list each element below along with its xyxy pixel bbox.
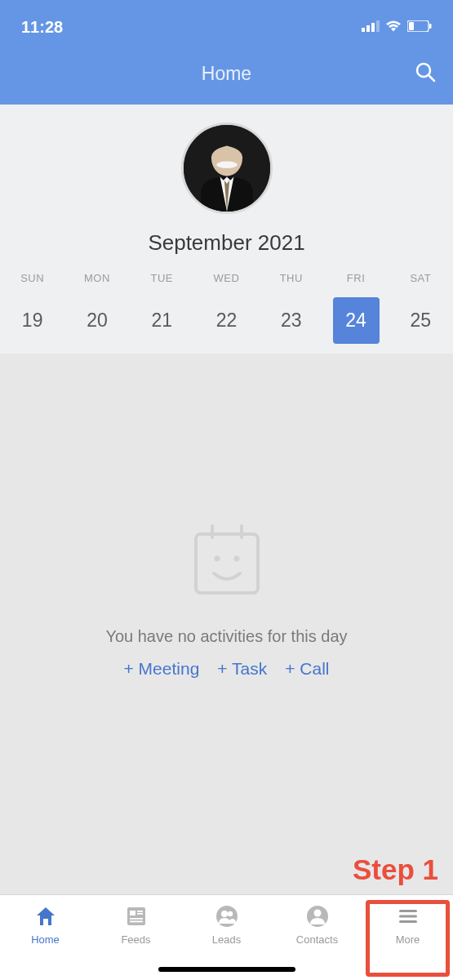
home-indicator[interactable]: [158, 967, 295, 972]
contacts-icon: [304, 903, 331, 929]
svg-rect-0: [362, 28, 365, 32]
status-icons: [362, 20, 432, 35]
wifi-icon: [385, 20, 402, 35]
tab-label: Leads: [212, 933, 241, 946]
svg-rect-28: [399, 910, 417, 912]
day-number[interactable]: 19: [9, 297, 56, 344]
search-icon: [414, 60, 437, 83]
calendar-section: September 2021 SUN19MON20TUE21WED22THU23…: [0, 105, 453, 354]
day-column[interactable]: SAT25: [389, 272, 453, 344]
hamburger-icon: [395, 903, 421, 929]
tab-label: Contacts: [296, 933, 338, 946]
activity-actions: + Meeting + Task + Call: [124, 659, 330, 679]
tab-more[interactable]: More: [362, 903, 453, 980]
add-meeting-button[interactable]: + Meeting: [124, 659, 200, 679]
day-column[interactable]: FRI24: [323, 272, 388, 344]
empty-calendar-icon: [186, 519, 268, 604]
add-call-button[interactable]: + Call: [285, 659, 329, 679]
avatar-image: [184, 125, 270, 212]
day-number[interactable]: 24: [333, 297, 380, 344]
day-column[interactable]: MON20: [64, 272, 129, 344]
svg-rect-3: [376, 20, 380, 32]
day-label: THU: [280, 272, 303, 284]
page-title: Home: [202, 63, 251, 85]
svg-rect-1: [366, 25, 370, 32]
tab-home[interactable]: Home: [0, 903, 91, 980]
svg-rect-19: [137, 911, 143, 912]
day-number[interactable]: 22: [203, 297, 250, 344]
day-column[interactable]: TUE21: [130, 272, 194, 344]
svg-point-15: [214, 555, 220, 561]
svg-rect-18: [130, 911, 135, 915]
day-number[interactable]: 25: [397, 297, 444, 344]
svg-rect-2: [371, 23, 375, 32]
day-label: WED: [214, 272, 240, 284]
svg-rect-29: [399, 915, 417, 918]
battery-icon: [407, 20, 432, 35]
day-label: MON: [84, 272, 110, 284]
day-number[interactable]: 21: [139, 297, 185, 344]
svg-rect-20: [137, 913, 143, 915]
svg-line-8: [429, 75, 434, 81]
search-button[interactable]: [414, 60, 437, 87]
day-label: TUE: [150, 272, 173, 284]
week-row[interactable]: SUN19MON20TUE21WED22THU23FRI24SAT25: [0, 272, 453, 344]
day-column[interactable]: THU23: [259, 272, 323, 344]
status-time: 11:28: [21, 18, 63, 37]
day-column[interactable]: WED22: [194, 272, 259, 344]
svg-point-23: [216, 906, 238, 927]
nav-bar: Home: [0, 42, 453, 105]
svg-rect-30: [399, 920, 417, 923]
avatar-container: [0, 122, 453, 214]
svg-point-25: [227, 911, 232, 916]
feeds-icon: [123, 903, 149, 929]
tab-label: Feeds: [121, 933, 150, 946]
day-label: SAT: [410, 272, 431, 284]
svg-rect-22: [130, 921, 143, 923]
svg-point-11: [216, 162, 237, 168]
step-annotation: Step 1: [353, 853, 438, 886]
activities-section: You have no activities for this day + Me…: [0, 354, 453, 917]
svg-rect-21: [130, 918, 143, 920]
day-number[interactable]: 23: [268, 297, 314, 344]
svg-rect-5: [409, 22, 414, 30]
add-task-button[interactable]: + Task: [217, 659, 267, 679]
day-column[interactable]: SUN19: [0, 272, 64, 344]
avatar[interactable]: [181, 122, 273, 214]
status-bar: 11:28: [0, 0, 453, 42]
day-number[interactable]: 20: [73, 297, 120, 344]
day-label: FRI: [347, 272, 365, 284]
month-title: September 2021: [0, 230, 453, 256]
svg-rect-12: [196, 534, 258, 593]
cellular-icon: [362, 20, 380, 35]
svg-point-27: [313, 910, 321, 917]
tab-label: More: [396, 933, 420, 946]
day-label: SUN: [20, 272, 44, 284]
svg-point-16: [233, 555, 239, 561]
svg-rect-6: [429, 24, 432, 29]
app-header: 11:28 Home: [0, 0, 453, 105]
svg-rect-17: [127, 907, 145, 925]
tab-label: Home: [31, 933, 60, 946]
leads-icon: [214, 903, 240, 929]
svg-point-24: [221, 911, 228, 917]
home-icon: [33, 903, 59, 929]
empty-message: You have no activities for this day: [105, 627, 347, 646]
